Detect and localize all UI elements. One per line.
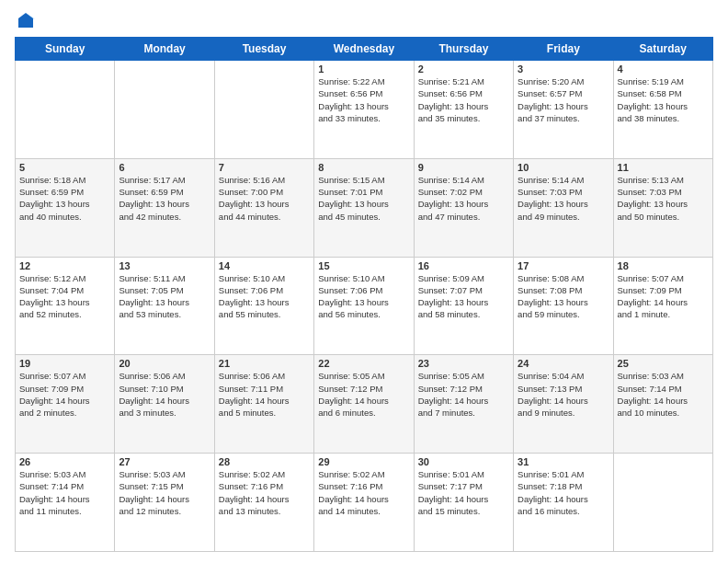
day-number: 8 (318, 162, 409, 173)
day-number: 7 (219, 162, 310, 173)
day-info: Sunrise: 5:11 AM Sunset: 7:05 PM Dayligh… (119, 272, 210, 321)
calendar-day-4: 4Sunrise: 5:19 AM Sunset: 6:58 PM Daylig… (613, 61, 712, 159)
calendar-empty (214, 61, 313, 159)
day-info: Sunrise: 5:04 AM Sunset: 7:13 PM Dayligh… (518, 370, 609, 419)
calendar-day-16: 16Sunrise: 5:09 AM Sunset: 7:07 PM Dayli… (414, 257, 513, 355)
day-info: Sunrise: 5:20 AM Sunset: 6:57 PM Dayligh… (518, 75, 609, 124)
day-number: 1 (318, 63, 409, 75)
day-info: Sunrise: 5:02 AM Sunset: 7:16 PM Dayligh… (318, 468, 409, 517)
day-info: Sunrise: 5:07 AM Sunset: 7:09 PM Dayligh… (19, 370, 110, 419)
day-info: Sunrise: 5:05 AM Sunset: 7:12 PM Dayligh… (318, 370, 409, 419)
calendar-day-21: 21Sunrise: 5:06 AM Sunset: 7:11 PM Dayli… (214, 355, 313, 454)
day-info: Sunrise: 5:03 AM Sunset: 7:14 PM Dayligh… (618, 370, 709, 419)
day-number: 11 (618, 162, 709, 173)
day-number: 25 (618, 358, 709, 369)
day-number: 24 (518, 358, 609, 369)
calendar-day-1: 1Sunrise: 5:22 AM Sunset: 6:56 PM Daylig… (314, 61, 414, 159)
day-number: 26 (19, 456, 110, 467)
day-info: Sunrise: 5:15 AM Sunset: 7:01 PM Dayligh… (318, 174, 409, 223)
calendar-day-29: 29Sunrise: 5:02 AM Sunset: 7:16 PM Dayli… (314, 454, 414, 552)
day-header-tuesday: Tuesday (214, 38, 313, 61)
svg-marker-0 (18, 13, 33, 28)
day-info: Sunrise: 5:10 AM Sunset: 7:06 PM Dayligh… (219, 272, 310, 321)
day-number: 5 (19, 162, 110, 173)
day-number: 6 (119, 162, 210, 173)
day-info: Sunrise: 5:05 AM Sunset: 7:12 PM Dayligh… (418, 370, 509, 419)
day-number: 14 (219, 260, 310, 271)
calendar-day-18: 18Sunrise: 5:07 AM Sunset: 7:09 PM Dayli… (613, 257, 712, 355)
calendar-header-row: SundayMondayTuesdayWednesdayThursdayFrid… (16, 38, 713, 61)
day-number: 21 (219, 358, 310, 369)
day-info: Sunrise: 5:01 AM Sunset: 7:17 PM Dayligh… (418, 468, 509, 517)
day-number: 16 (418, 260, 509, 271)
calendar-empty (115, 61, 214, 159)
calendar-day-27: 27Sunrise: 5:03 AM Sunset: 7:15 PM Dayli… (115, 454, 214, 552)
calendar-day-31: 31Sunrise: 5:01 AM Sunset: 7:18 PM Dayli… (514, 454, 613, 552)
day-header-saturday: Saturday (613, 38, 712, 61)
calendar-day-14: 14Sunrise: 5:10 AM Sunset: 7:06 PM Dayli… (214, 257, 313, 355)
logo (15, 11, 35, 29)
day-number: 12 (19, 260, 110, 271)
calendar-day-26: 26Sunrise: 5:03 AM Sunset: 7:14 PM Dayli… (16, 454, 115, 552)
day-info: Sunrise: 5:09 AM Sunset: 7:07 PM Dayligh… (418, 272, 509, 321)
calendar-day-28: 28Sunrise: 5:02 AM Sunset: 7:16 PM Dayli… (214, 454, 313, 552)
day-number: 28 (219, 456, 310, 467)
day-info: Sunrise: 5:10 AM Sunset: 7:06 PM Dayligh… (318, 272, 409, 321)
calendar-week-3: 12Sunrise: 5:12 AM Sunset: 7:04 PM Dayli… (16, 257, 713, 355)
day-number: 15 (318, 260, 409, 271)
header (15, 11, 713, 29)
calendar-day-25: 25Sunrise: 5:03 AM Sunset: 7:14 PM Dayli… (613, 355, 712, 454)
day-info: Sunrise: 5:07 AM Sunset: 7:09 PM Dayligh… (618, 272, 709, 321)
day-header-sunday: Sunday (16, 38, 115, 61)
calendar-week-5: 26Sunrise: 5:03 AM Sunset: 7:14 PM Dayli… (16, 454, 713, 552)
day-info: Sunrise: 5:22 AM Sunset: 6:56 PM Dayligh… (318, 75, 409, 124)
calendar-empty (613, 454, 712, 552)
day-info: Sunrise: 5:14 AM Sunset: 7:03 PM Dayligh… (518, 174, 609, 223)
logo-icon (17, 11, 35, 29)
day-number: 20 (119, 358, 210, 369)
day-header-monday: Monday (115, 38, 214, 61)
calendar-day-30: 30Sunrise: 5:01 AM Sunset: 7:17 PM Dayli… (414, 454, 513, 552)
page: SundayMondayTuesdayWednesdayThursdayFrid… (0, 0, 728, 563)
day-number: 2 (418, 63, 509, 75)
day-info: Sunrise: 5:13 AM Sunset: 7:03 PM Dayligh… (618, 174, 709, 223)
calendar-day-15: 15Sunrise: 5:10 AM Sunset: 7:06 PM Dayli… (314, 257, 414, 355)
day-number: 22 (318, 358, 409, 369)
day-number: 19 (19, 358, 110, 369)
day-info: Sunrise: 5:03 AM Sunset: 7:15 PM Dayligh… (119, 468, 210, 517)
calendar-day-3: 3Sunrise: 5:20 AM Sunset: 6:57 PM Daylig… (514, 61, 613, 159)
day-number: 13 (119, 260, 210, 271)
calendar-day-2: 2Sunrise: 5:21 AM Sunset: 6:56 PM Daylig… (414, 61, 513, 159)
day-number: 9 (418, 162, 509, 173)
day-header-friday: Friday (514, 38, 613, 61)
calendar-day-20: 20Sunrise: 5:06 AM Sunset: 7:10 PM Dayli… (115, 355, 214, 454)
day-info: Sunrise: 5:02 AM Sunset: 7:16 PM Dayligh… (219, 468, 310, 517)
calendar-empty (16, 61, 115, 159)
calendar-week-2: 5Sunrise: 5:18 AM Sunset: 6:59 PM Daylig… (16, 158, 713, 257)
calendar-day-19: 19Sunrise: 5:07 AM Sunset: 7:09 PM Dayli… (16, 355, 115, 454)
day-number: 31 (518, 456, 609, 467)
calendar-day-10: 10Sunrise: 5:14 AM Sunset: 7:03 PM Dayli… (514, 158, 613, 257)
day-number: 17 (518, 260, 609, 271)
day-info: Sunrise: 5:18 AM Sunset: 6:59 PM Dayligh… (19, 174, 110, 223)
day-number: 29 (318, 456, 409, 467)
day-info: Sunrise: 5:06 AM Sunset: 7:10 PM Dayligh… (119, 370, 210, 419)
calendar-day-13: 13Sunrise: 5:11 AM Sunset: 7:05 PM Dayli… (115, 257, 214, 355)
calendar-day-23: 23Sunrise: 5:05 AM Sunset: 7:12 PM Dayli… (414, 355, 513, 454)
calendar-day-9: 9Sunrise: 5:14 AM Sunset: 7:02 PM Daylig… (414, 158, 513, 257)
day-info: Sunrise: 5:16 AM Sunset: 7:00 PM Dayligh… (219, 174, 310, 223)
day-number: 27 (119, 456, 210, 467)
day-number: 30 (418, 456, 509, 467)
calendar-week-1: 1Sunrise: 5:22 AM Sunset: 6:56 PM Daylig… (16, 61, 713, 159)
calendar-week-4: 19Sunrise: 5:07 AM Sunset: 7:09 PM Dayli… (16, 355, 713, 454)
calendar-day-12: 12Sunrise: 5:12 AM Sunset: 7:04 PM Dayli… (16, 257, 115, 355)
day-info: Sunrise: 5:08 AM Sunset: 7:08 PM Dayligh… (518, 272, 609, 321)
calendar-day-5: 5Sunrise: 5:18 AM Sunset: 6:59 PM Daylig… (16, 158, 115, 257)
calendar-day-11: 11Sunrise: 5:13 AM Sunset: 7:03 PM Dayli… (613, 158, 712, 257)
calendar-day-22: 22Sunrise: 5:05 AM Sunset: 7:12 PM Dayli… (314, 355, 414, 454)
calendar-day-17: 17Sunrise: 5:08 AM Sunset: 7:08 PM Dayli… (514, 257, 613, 355)
calendar-table: SundayMondayTuesdayWednesdayThursdayFrid… (15, 37, 713, 552)
day-info: Sunrise: 5:17 AM Sunset: 6:59 PM Dayligh… (119, 174, 210, 223)
day-number: 4 (618, 63, 709, 75)
day-info: Sunrise: 5:01 AM Sunset: 7:18 PM Dayligh… (518, 468, 609, 517)
